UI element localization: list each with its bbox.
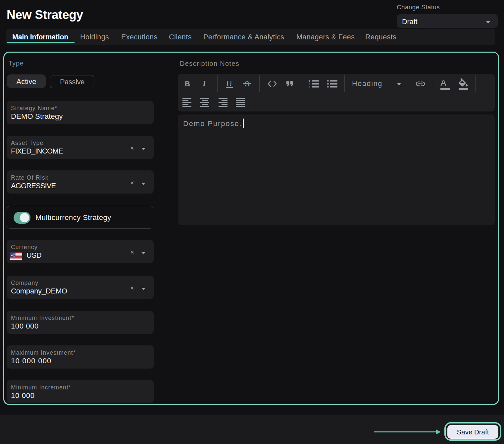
svg-text:3: 3 xyxy=(309,85,310,89)
